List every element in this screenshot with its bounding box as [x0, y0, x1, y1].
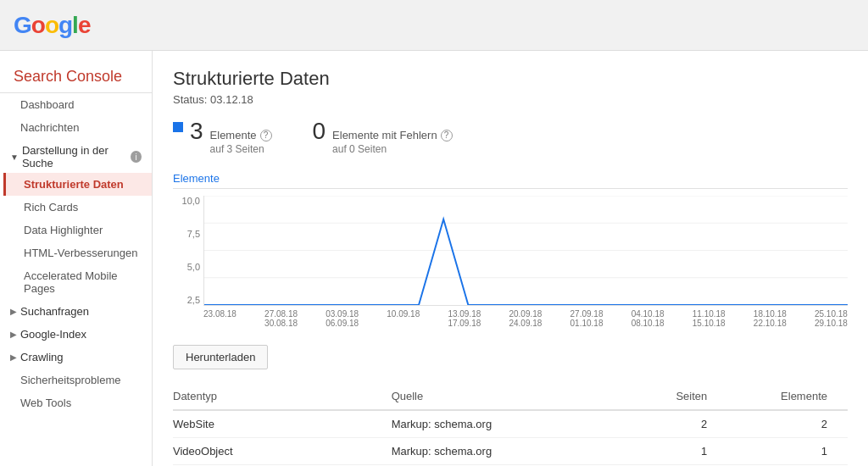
- crawling-label: Crawling: [20, 351, 64, 363]
- stat-elements-label-text: Elemente: [210, 129, 257, 141]
- cell-seiten: 1: [635, 438, 727, 465]
- stats-row: 3 Elemente ? auf 3 Seiten 0 Ele: [173, 119, 848, 155]
- stat-errors-group: 0 Elemente mit Fehlern ? auf 0 Seiten: [313, 119, 453, 155]
- chart-x-7: 04.10.18 08.10.18: [632, 309, 665, 328]
- chart-x-5-line2: 24.09.18: [509, 319, 542, 328]
- sidebar-item-amp[interactable]: Accelerated Mobile Pages: [3, 264, 152, 300]
- chart-x-10-line1: 25.10.18: [815, 309, 848, 319]
- chart-line: [204, 219, 848, 305]
- chart-container: [203, 196, 848, 306]
- chart-x-4-line1: 13.09.18: [448, 309, 481, 319]
- chart-x-10-line2: 29.10.18: [815, 319, 848, 328]
- stat-elements-help-icon[interactable]: ?: [260, 130, 272, 141]
- logo-l: l: [72, 12, 78, 39]
- chart-x-labels: 23.08.18 27.08.18 30.08.18 03.09.18 06.0…: [203, 309, 848, 328]
- stat-errors-labels: Elemente mit Fehlern ? auf 0 Seiten: [332, 129, 453, 155]
- sidebar-item-strukturierte-daten[interactable]: Strukturierte Daten: [3, 173, 152, 196]
- chart-y-label-3: 2,5: [176, 295, 200, 305]
- sidebar-item-data-highlighter[interactable]: Data Highlighter: [3, 219, 152, 241]
- chart-y-label-0: 10,0: [176, 196, 200, 206]
- chart-section-label: Elemente: [173, 172, 848, 189]
- chart-x-0-line1: 23.08.18: [203, 309, 236, 319]
- logo-o1: o: [31, 12, 45, 39]
- chart-x-4: 13.09.18 17.09.18: [448, 309, 481, 328]
- suchanfragen-label: Suchanfragen: [20, 305, 89, 318]
- stat-errors-help-icon[interactable]: ?: [441, 130, 453, 141]
- cell-elemente: 2: [727, 410, 848, 438]
- chart-x-1-line1: 27.08.18: [264, 309, 298, 319]
- chart-x-3-line1: 10.09.18: [387, 309, 420, 319]
- darstellung-info-icon[interactable]: i: [131, 151, 142, 163]
- darstellung-label: Darstellung in der Suche: [22, 144, 131, 169]
- col-header-seiten: Seiten: [635, 383, 727, 410]
- sidebar-item-sicherheitsprobleme[interactable]: Sicherheitsprobleme: [0, 369, 152, 391]
- stat-elements-sublabel: auf 3 Seiten: [210, 143, 272, 155]
- stat-color-indicator: [173, 122, 183, 132]
- chart-wrapper: 10,0 7,5 5,0 2,5: [203, 196, 848, 328]
- sidebar-item-web-tools[interactable]: Web Tools: [0, 391, 152, 414]
- chart-x-6-line1: 27.09.18: [570, 309, 604, 319]
- suchanfragen-arrow-icon: ▶: [10, 307, 17, 316]
- chart-x-9: 18.10.18 22.10.18: [754, 309, 787, 328]
- cell-quelle: Markup: schema.org: [392, 410, 635, 438]
- sidebar-item-dashboard[interactable]: Dashboard: [0, 93, 152, 116]
- stat-errors-label: Elemente mit Fehlern ?: [332, 129, 453, 141]
- logo-o2: o: [45, 12, 58, 39]
- sidebar-item-nachrichten[interactable]: Nachrichten: [0, 116, 152, 139]
- chart-x-2-line2: 06.09.18: [326, 319, 359, 328]
- sidebar-group-google-index[interactable]: ▶ Google-Index: [0, 323, 152, 346]
- status-date: 03.12.18: [210, 93, 253, 106]
- google-index-arrow-icon: ▶: [10, 330, 17, 339]
- stat-elements-labels: Elemente ? auf 3 Seiten: [210, 129, 272, 155]
- chart-x-4-line2: 17.09.18: [448, 319, 481, 328]
- header: Google: [0, 0, 868, 51]
- darstellung-group-left: ▼ Darstellung in der Suche: [10, 144, 131, 169]
- data-table: Datentyp Quelle Seiten Elemente WebSite …: [173, 383, 848, 466]
- cell-quelle: Markup: schema.org: [392, 438, 635, 465]
- cell-datentyp: WebSite: [173, 410, 392, 438]
- chart-x-2-line1: 03.09.18: [326, 309, 359, 319]
- google-index-label: Google-Index: [20, 328, 86, 341]
- cell-elemente: 1: [727, 438, 848, 465]
- table-row: VideoObject Markup: schema.org 1 1: [173, 438, 848, 465]
- logo-e: e: [78, 12, 91, 39]
- status-label: Status:: [173, 93, 207, 106]
- chart-x-2: 03.09.18 06.09.18: [326, 309, 359, 328]
- col-header-elemente: Elemente: [727, 383, 848, 410]
- sidebar-group-suchanfragen[interactable]: ▶ Suchanfragen: [0, 300, 152, 323]
- chart-y-label-1: 7,5: [176, 229, 200, 239]
- sidebar-group-crawling[interactable]: ▶ Crawling: [0, 346, 152, 369]
- sidebar-item-rich-cards[interactable]: Rich Cards: [3, 196, 152, 219]
- chart-y-labels: 10,0 7,5 5,0 2,5: [176, 196, 200, 328]
- chart-x-7-line2: 08.10.18: [632, 319, 665, 328]
- table-body: WebSite Markup: schema.org 2 2 VideoObje…: [173, 410, 848, 466]
- status-line: Status: 03.12.18: [173, 93, 848, 106]
- stat-elements-group: 3 Elemente ? auf 3 Seiten: [190, 119, 272, 155]
- logo-g2: g: [58, 12, 72, 39]
- chart-x-6: 27.09.18 01.10.18: [570, 309, 604, 328]
- sidebar-item-html-verbesserungen[interactable]: HTML-Verbesserungen: [3, 241, 152, 264]
- chart-y-label-2: 5,0: [176, 262, 200, 272]
- sidebar-app-title: Search Console: [0, 58, 152, 93]
- stat-elements-label: Elemente ?: [210, 129, 272, 141]
- chart-x-1: 27.08.18 30.08.18: [264, 309, 298, 328]
- chart-x-7-line1: 04.10.18: [632, 309, 665, 319]
- chart-x-10: 25.10.18 29.10.18: [815, 309, 848, 328]
- darstellung-subitems: Strukturierte Daten Rich Cards Data High…: [0, 173, 152, 300]
- chart-x-8-line2: 15.10.18: [693, 319, 726, 328]
- chart-x-0: 23.08.18: [203, 309, 236, 328]
- chart-x-5-line1: 20.09.18: [509, 309, 542, 319]
- chart-x-9-line2: 22.10.18: [754, 319, 787, 328]
- download-button[interactable]: Herunterladen: [173, 345, 268, 369]
- chart-x-3: 10.09.18: [387, 309, 420, 328]
- stat-elements-number: 3: [190, 119, 203, 143]
- chart-svg: [204, 196, 848, 305]
- chart-x-6-line2: 01.10.18: [570, 319, 604, 328]
- cell-datentyp: VideoObject: [173, 438, 392, 465]
- sidebar-group-darstellung[interactable]: ▼ Darstellung in der Suche i: [0, 139, 152, 173]
- page-title: Strukturierte Daten: [173, 68, 848, 90]
- chart-x-9-line1: 18.10.18: [754, 309, 787, 319]
- cell-seiten: 2: [635, 410, 727, 438]
- stat-errors-sublabel: auf 0 Seiten: [332, 143, 453, 155]
- logo-g: G: [14, 12, 31, 39]
